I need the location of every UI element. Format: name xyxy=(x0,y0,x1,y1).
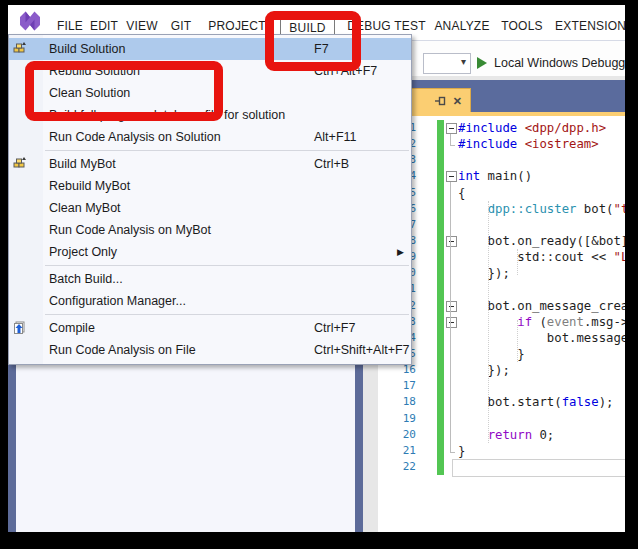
code-token: 0; xyxy=(532,428,554,442)
fold-collapse-box[interactable] xyxy=(446,123,457,134)
menubar-item-analyze[interactable]: ANALYZE xyxy=(431,15,493,37)
code-line-15: } xyxy=(458,346,625,362)
code-line-10: }); xyxy=(458,265,625,281)
code-line-19 xyxy=(458,411,625,427)
code-token: return xyxy=(488,428,532,442)
code-token: ); xyxy=(599,395,614,409)
code-token: #include xyxy=(458,137,525,151)
submenu-arrow-icon: ▶ xyxy=(397,247,404,257)
fold-collapse-box[interactable] xyxy=(446,171,457,182)
line-number: 18 xyxy=(378,394,416,410)
code-token: bot.start( xyxy=(458,395,562,409)
fold-collapse-box[interactable] xyxy=(446,317,457,328)
indent-guide xyxy=(517,320,519,362)
compile-icon xyxy=(12,320,28,336)
menu-item-label: Run Code Analysis on Solution xyxy=(49,130,221,144)
menu-item-label: Run Code Analysis on MyBot xyxy=(49,223,211,237)
code-line-6: dpp::cluster bot("token"); xyxy=(458,201,625,217)
line-number: 21 xyxy=(378,443,416,459)
menu-item-batch-build[interactable]: Batch Build... xyxy=(9,268,411,290)
menu-item-clean-mybot[interactable]: Clean MyBot xyxy=(9,197,411,219)
menu-separator xyxy=(45,150,409,151)
code-token: } xyxy=(458,347,525,361)
fold-collapse-box[interactable] xyxy=(446,236,457,247)
menu-item-compile[interactable]: CompileCtrl+F7 xyxy=(9,317,411,339)
menu-item-label: Project Only xyxy=(49,245,117,259)
configuration-combobox[interactable]: ▾ xyxy=(423,53,471,74)
code-text[interactable]: #include <dpp/dpp.h>#include <iostream>i… xyxy=(458,120,625,475)
line-number: 22 xyxy=(378,459,416,475)
build-menu-dropdown: Build SolutionF7Rebuild SolutionCtrl+Alt… xyxy=(8,34,412,365)
fold-guide-foot xyxy=(450,145,455,146)
code-token: int xyxy=(458,169,480,183)
menubar-item-tools[interactable]: TOOLS xyxy=(499,15,545,37)
code-token: bot( xyxy=(576,202,613,216)
chevron-down-icon: ▾ xyxy=(461,56,466,67)
menu-item-shortcut: Ctrl+Shift+Alt+F7 xyxy=(314,343,410,357)
screenshot-root: FILEEDITVIEWGITPROJECTBUILDDEBUGTESTANAL… xyxy=(0,0,638,549)
code-line-13: if (event.msg->content xyxy=(458,314,625,330)
code-token: } xyxy=(458,444,465,458)
code-token: bot.on_ready([&bot]( xyxy=(458,234,625,248)
code-token: false xyxy=(562,395,599,409)
menu-item-label: Clean MyBot xyxy=(49,201,121,215)
code-token: dpp::cluster xyxy=(488,202,577,216)
line-number: 20 xyxy=(378,427,416,443)
code-line-22 xyxy=(458,459,625,475)
code-token: std::cout << xyxy=(458,250,613,264)
code-token: ( xyxy=(532,315,547,329)
menu-item-label: Build Solution xyxy=(49,42,125,56)
code-line-5: { xyxy=(458,185,625,201)
start-debugging-button[interactable]: Local Windows Debugger xyxy=(477,52,625,73)
play-icon xyxy=(477,57,487,69)
code-token: "Logged in" xyxy=(613,250,625,264)
fold-guide-line xyxy=(450,182,451,452)
visual-studio-logo-icon xyxy=(17,8,43,34)
code-token: <iostream> xyxy=(525,137,599,151)
code-token: .msg->content xyxy=(584,315,625,329)
code-token: bot.message_create( xyxy=(458,331,625,345)
menu-item-configuration-manager[interactable]: Configuration Manager... xyxy=(9,290,411,312)
menubar-item-extensions[interactable]: EXTENSIONS xyxy=(555,15,625,37)
code-token: bot.on_message_create( xyxy=(458,299,625,313)
visual-studio-window: FILEEDITVIEWGITPROJECTBUILDDEBUGTESTANAL… xyxy=(8,5,625,532)
code-line-7 xyxy=(458,217,625,233)
close-icon[interactable]: ✕ xyxy=(453,96,462,107)
indent-guide xyxy=(488,201,490,443)
menu-item-label: Batch Build... xyxy=(49,272,123,286)
code-token: main() xyxy=(480,169,532,183)
pin-icon[interactable] xyxy=(435,92,446,110)
code-token: if xyxy=(517,315,532,329)
menu-separator xyxy=(45,314,409,315)
code-token: event xyxy=(547,315,584,329)
menu-separator xyxy=(45,265,409,266)
build-icon xyxy=(12,41,28,57)
code-line-11 xyxy=(458,281,625,297)
change-tracking-bar xyxy=(437,120,444,475)
code-line-14: bot.message_create( xyxy=(458,330,625,346)
menu-item-label: Run Code Analysis on File xyxy=(49,343,196,357)
menu-item-rebuild-mybot[interactable]: Rebuild MyBot xyxy=(9,175,411,197)
annotation-box-build xyxy=(265,11,361,71)
fold-collapse-box[interactable] xyxy=(446,301,457,312)
code-token xyxy=(458,202,488,216)
code-token: { xyxy=(458,186,465,200)
code-line-20: return 0; xyxy=(458,427,625,443)
code-line-3 xyxy=(458,152,625,168)
menu-item-run-code-analysis-on-file[interactable]: Run Code Analysis on FileCtrl+Shift+Alt+… xyxy=(9,339,411,361)
run-button-label: Local Windows Debugger xyxy=(494,56,625,70)
code-token: }); xyxy=(458,266,510,280)
code-token: <dpp/dpp.h> xyxy=(525,121,606,135)
menu-item-build-mybot[interactable]: Build MyBotCtrl+B xyxy=(9,153,411,175)
code-line-1: #include <dpp/dpp.h> xyxy=(458,120,625,136)
indent-guide xyxy=(517,249,519,275)
fold-guide-foot xyxy=(450,452,455,453)
code-line-16: }); xyxy=(458,362,625,378)
menu-item-shortcut: Alt+F11 xyxy=(314,130,357,144)
menu-item-run-code-analysis-on-solution[interactable]: Run Code Analysis on SolutionAlt+F11 xyxy=(9,126,411,148)
menu-item-project-only[interactable]: Project Only▶ xyxy=(9,241,411,263)
code-line-8: bot.on_ready([&bot]( xyxy=(458,233,625,249)
code-line-12: bot.on_message_create( xyxy=(458,298,625,314)
menu-item-run-code-analysis-on-mybot[interactable]: Run Code Analysis on MyBot xyxy=(9,219,411,241)
menu-item-label: Rebuild MyBot xyxy=(49,179,130,193)
